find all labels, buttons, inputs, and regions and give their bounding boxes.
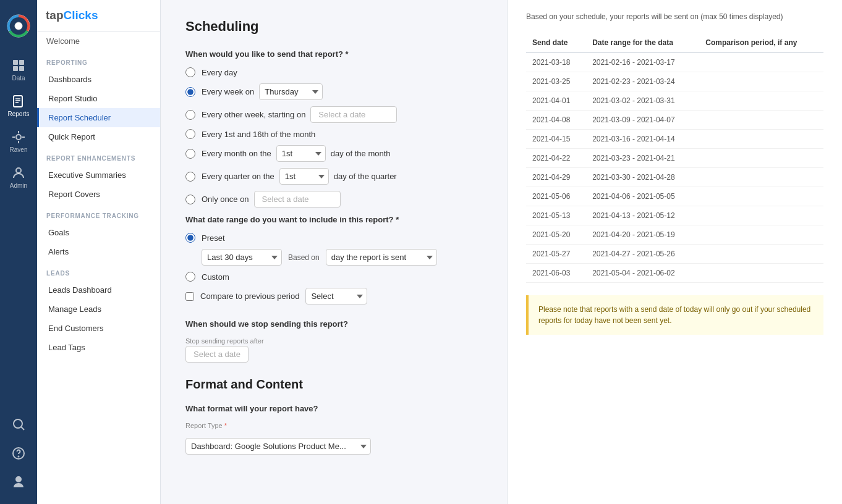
svg-rect-6	[14, 96, 22, 107]
nav-item-executive-summaries[interactable]: Executive Summaries	[37, 166, 160, 185]
compare-label: Compare to previous period	[200, 292, 299, 301]
col-send-date: Send date	[526, 33, 586, 52]
radio-every-month: Every month on the 1st2nd3rd4th5th day o…	[185, 145, 482, 162]
svg-point-15	[19, 456, 19, 457]
day-of-quarter-select[interactable]: 1st2nd3rd4th5th	[279, 168, 329, 185]
table-row: 2021-05-202021-04-20 - 2021-05-19	[526, 225, 823, 245]
sidebar-icon-search[interactable]	[0, 411, 37, 440]
sidebar-icon-data[interactable]: Data	[0, 52, 37, 88]
sidebar-icon-admin[interactable]: Admin	[0, 159, 37, 195]
nav-welcome[interactable]: Welcome	[37, 32, 160, 51]
sidebar-icon-reports[interactable]: Reports	[0, 88, 37, 124]
compare-row: Compare to previous period Select	[185, 288, 482, 304]
compare-select[interactable]: Select	[305, 288, 367, 304]
day-of-month-select[interactable]: 1st2nd3rd4th5th	[276, 145, 326, 162]
only-once-date[interactable]: Select a date	[254, 191, 341, 208]
table-row: 2021-06-032021-05-04 - 2021-06-02	[526, 264, 823, 283]
svg-point-11	[16, 168, 21, 173]
day-of-quarter-suffix: day of the quarter	[334, 172, 397, 181]
nav-item-manage-leads[interactable]: Manage Leads	[37, 300, 160, 319]
stop-date-input[interactable]: Select a date	[185, 346, 249, 363]
radio-every-week-input[interactable]	[185, 87, 195, 97]
radio-every-other-week: Every other week, starting on Select a d…	[185, 106, 482, 123]
radio-every-quarter-label: Every quarter on the	[202, 172, 274, 181]
logo-wordmark: tapClicks	[46, 9, 151, 22]
radio-every-day-label: Every day	[202, 68, 237, 77]
radio-only-once-label: Only once on	[202, 195, 249, 204]
radio-every-week: Every week on SundayMondayTuesdayWednesd…	[185, 83, 482, 100]
report-type-label: Report Type *	[185, 422, 482, 429]
nav-item-report-studio[interactable]: Report Studio	[37, 89, 160, 108]
radio-custom: Custom	[185, 272, 482, 282]
nav-item-lead-tags[interactable]: Lead Tags	[37, 338, 160, 357]
nav-item-alerts[interactable]: Alerts	[37, 242, 160, 261]
compare-checkbox[interactable]	[185, 292, 194, 301]
radio-preset: Preset	[185, 233, 482, 243]
day-of-week-select[interactable]: SundayMondayTuesdayWednesdayThursdayFrid…	[259, 83, 323, 100]
sidebar-icon-user[interactable]	[0, 469, 37, 498]
nav-section-leads: LEADS	[37, 261, 160, 280]
nav-item-report-scheduler[interactable]: Report Scheduler	[37, 108, 160, 127]
radio-every-1st-16th-input[interactable]	[185, 129, 195, 139]
radio-custom-label: Custom	[202, 272, 229, 282]
table-row: 2021-04-082021-03-09 - 2021-04-07	[526, 111, 823, 130]
radio-every-month-input[interactable]	[185, 149, 195, 159]
nav-item-report-covers[interactable]: Report Covers	[37, 185, 160, 204]
svg-point-10	[16, 135, 21, 140]
nav-section-performance: PERFORMANCE TRACKING	[37, 204, 160, 223]
radio-only-once-input[interactable]	[185, 195, 195, 204]
table-row: 2021-04-222021-03-23 - 2021-04-21	[526, 149, 823, 168]
format-question: What format will your report have?	[185, 404, 482, 413]
table-row: 2021-04-152021-03-16 - 2021-04-14	[526, 130, 823, 149]
sidebar-icon-help[interactable]	[0, 440, 37, 469]
nav-item-goals[interactable]: Goals	[37, 223, 160, 242]
svg-point-12	[14, 419, 22, 428]
nav-item-dashboards[interactable]: Dashboards	[37, 70, 160, 89]
nav-item-leads-dashboard[interactable]: Leads Dashboard	[37, 280, 160, 300]
nav-sidebar: tapClicks Welcome REPORTING Dashboards R…	[37, 0, 161, 504]
table-row: 2021-05-062021-04-06 - 2021-05-05	[526, 187, 823, 206]
svg-rect-4	[13, 66, 18, 71]
table-row: 2021-04-292021-03-30 - 2021-04-28	[526, 168, 823, 187]
based-on-label: Based on	[288, 253, 320, 262]
nav-item-end-customers[interactable]: End Customers	[37, 319, 160, 338]
nav-item-quick-report[interactable]: Quick Report	[37, 127, 160, 146]
sidebar-icon-raven[interactable]: Raven	[0, 124, 37, 159]
frequency-question: When would you like to send that report?…	[185, 49, 482, 59]
main-content: Scheduling When would you like to send t…	[161, 0, 842, 504]
radio-every-other-week-label: Every other week, starting on	[202, 110, 305, 119]
table-row: 2021-03-252021-02-23 - 2021-03-24	[526, 72, 823, 91]
col-date-range: Date range for the data	[586, 33, 699, 52]
icon-sidebar: Data Reports Raven Admin	[0, 0, 37, 504]
radio-preset-label: Preset	[202, 233, 225, 243]
radio-every-other-week-input[interactable]	[185, 110, 195, 120]
nav-section-enhancements: REPORT ENHANCEMENTS	[37, 146, 160, 166]
form-panel: Scheduling When would you like to send t…	[161, 0, 507, 504]
radio-every-week-content: Every week on SundayMondayTuesdayWednesd…	[202, 83, 323, 100]
nav-section-reporting: REPORTING	[37, 51, 160, 70]
radio-every-month-label: Every month on the	[202, 149, 271, 158]
every-other-week-date[interactable]: Select a date	[310, 106, 397, 123]
app-logo	[0, 6, 38, 46]
radio-every-quarter-input[interactable]	[185, 172, 195, 182]
svg-point-1	[15, 22, 22, 30]
preset-row: Last 30 days Last 7 days Last month Last…	[202, 249, 482, 266]
svg-rect-2	[13, 60, 18, 65]
svg-line-13	[22, 427, 25, 430]
report-type-select[interactable]: Dashboard: Google Solutions Product Me..…	[185, 438, 371, 455]
table-row: 2021-05-132021-04-13 - 2021-05-12	[526, 206, 823, 225]
table-row: 2021-03-182021-02-16 - 2021-03-17	[526, 52, 823, 72]
radio-preset-input[interactable]	[185, 233, 195, 243]
svg-rect-5	[19, 66, 24, 71]
stop-label: Stop sending reports after	[185, 337, 482, 345]
report-type-row: Report Type * Dashboard: Google Solution…	[185, 422, 482, 455]
based-on-select[interactable]: day the report is sent start of the peri…	[326, 249, 437, 266]
table-row: 2021-05-272021-04-27 - 2021-05-26	[526, 245, 823, 264]
stop-question: When should we stop sending this report?	[185, 319, 482, 329]
page-title: Scheduling	[185, 19, 482, 35]
radio-every-day-input[interactable]	[185, 67, 195, 77]
preset-select[interactable]: Last 30 days Last 7 days Last month Last…	[202, 249, 282, 266]
radio-every-1st-16th: Every 1st and 16th of the month	[185, 129, 482, 139]
format-title: Format and Content	[185, 377, 482, 392]
radio-custom-input[interactable]	[185, 272, 195, 282]
